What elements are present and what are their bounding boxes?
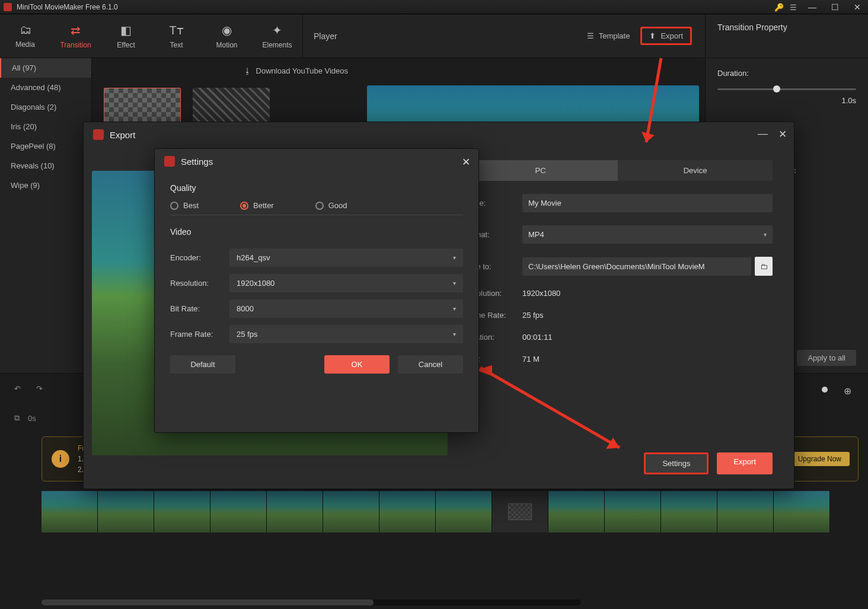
close-button[interactable]: ✕: [778, 128, 787, 141]
sidebar-item-advanced[interactable]: Advanced (48): [0, 78, 91, 97]
sidebar-item-reveals[interactable]: Reveals (10): [0, 156, 91, 176]
timeline-scrollbar[interactable]: [42, 600, 581, 605]
cancel-button[interactable]: Cancel: [398, 355, 463, 374]
resolution-select[interactable]: 1920x1080 ▾: [229, 274, 463, 292]
timeline-clip[interactable]: [323, 491, 379, 533]
resolution-value: 1920x1080: [522, 289, 560, 298]
settings-button[interactable]: Settings: [644, 452, 709, 474]
add-track-icon[interactable]: ⧉: [14, 413, 20, 423]
timeline-clip[interactable]: [548, 491, 605, 533]
app-logo-icon: [4, 3, 12, 11]
tool-transition[interactable]: ⇄ Transition: [50, 14, 101, 58]
redo-icon[interactable]: ↷: [36, 384, 43, 393]
default-button[interactable]: Default: [170, 355, 235, 374]
zoom-knob[interactable]: [822, 387, 828, 393]
timeline-clip[interactable]: [661, 491, 717, 533]
timeline-clip[interactable]: [267, 491, 323, 533]
browse-button[interactable]: 🗀: [755, 257, 773, 276]
tool-elements[interactable]: ✦ Elements: [252, 14, 302, 58]
sidebar-item-diagonals[interactable]: Diagonals (2): [0, 97, 91, 117]
menu-icon[interactable]: ☰: [790, 3, 798, 11]
text-icon: Tᴛ: [169, 23, 183, 37]
tool-text[interactable]: Tᴛ Text: [151, 14, 202, 58]
sidebar-item-pagepeel[interactable]: PagePeel (8): [0, 136, 91, 156]
format-value: MP4: [528, 230, 544, 239]
bit-rate-label: Bit Rate:: [170, 304, 229, 313]
resolution-value: 1920x1080: [237, 279, 275, 288]
encoder-value: h264_qsv: [237, 253, 270, 262]
motion-icon: ◉: [222, 23, 232, 37]
license-key-icon[interactable]: 🔑: [774, 3, 784, 12]
close-button[interactable]: ✕: [849, 0, 866, 14]
timeline-clip[interactable]: [379, 491, 436, 533]
tab-pc[interactable]: PC: [463, 160, 618, 181]
zoom-in-icon[interactable]: ⊕: [844, 385, 851, 397]
export-label: Export: [660, 31, 683, 40]
apply-to-all-button[interactable]: Apply to all: [797, 350, 856, 366]
folder-icon: 🗂: [20, 23, 31, 37]
encoder-select[interactable]: h264_qsv ▾: [229, 248, 463, 267]
upload-icon: ⬆: [649, 31, 656, 40]
tool-label: Text: [170, 41, 183, 49]
bit-rate-select[interactable]: 8000 ▾: [229, 299, 463, 318]
chevron-down-icon: ▾: [764, 231, 767, 238]
upgrade-now-button[interactable]: Upgrade Now: [790, 452, 850, 466]
timeline-tracks[interactable]: [42, 491, 868, 533]
sidebar-item-wipe[interactable]: Wipe (9): [0, 176, 91, 195]
timeline-clip[interactable]: [154, 491, 210, 533]
elements-icon: ✦: [272, 23, 282, 37]
timeline-transition-slot[interactable]: [492, 491, 548, 533]
timeline-clip[interactable]: [436, 491, 492, 533]
info-icon: i: [52, 450, 69, 468]
timeline-clip[interactable]: [98, 491, 154, 533]
minimize-button[interactable]: —: [804, 0, 821, 14]
app-title: MiniTool MovieMaker Free 6.1.0: [17, 3, 118, 11]
tool-label: Effect: [117, 41, 135, 49]
tool-label: Motion: [216, 41, 237, 49]
settings-dialog-title: Settings: [181, 157, 213, 167]
download-youtube-label: Download YouTube Videos: [256, 66, 348, 75]
effect-icon: ◧: [120, 23, 132, 37]
timeline-clip[interactable]: [774, 491, 830, 533]
sidebar-item-iris[interactable]: Iris (20): [0, 117, 91, 136]
tool-label: Transition: [60, 41, 91, 49]
frame-rate-select[interactable]: 25 fps ▾: [229, 325, 463, 343]
export-button[interactable]: ⬆ Export: [640, 27, 692, 45]
radio-label: Good: [328, 201, 347, 210]
ok-button[interactable]: OK: [324, 355, 390, 374]
player-label: Player: [314, 31, 337, 41]
duration-slider[interactable]: [717, 88, 856, 90]
download-icon: ⭳: [244, 66, 251, 75]
chevron-down-icon: ▾: [453, 254, 456, 261]
name-input[interactable]: [522, 194, 773, 212]
slider-knob[interactable]: [773, 85, 780, 93]
timeline-clip[interactable]: [210, 491, 267, 533]
tool-media[interactable]: 🗂 Media: [0, 14, 50, 58]
chevron-down-icon: ▾: [453, 305, 456, 312]
minimize-button[interactable]: —: [758, 128, 768, 141]
timeline-clip[interactable]: [605, 491, 661, 533]
resolution-label: Resolution:: [170, 279, 229, 288]
quality-good-radio[interactable]: Good: [315, 201, 347, 210]
timeline-clip[interactable]: [42, 491, 98, 533]
quality-better-radio[interactable]: Better: [240, 201, 274, 210]
quality-best-radio[interactable]: Best: [170, 201, 199, 210]
undo-icon[interactable]: ↶: [14, 384, 21, 393]
download-youtube-link[interactable]: ⭳ Download YouTube Videos: [244, 66, 348, 75]
tool-effect[interactable]: ◧ Effect: [101, 14, 151, 58]
maximize-button[interactable]: ☐: [826, 0, 843, 14]
template-button[interactable]: ☰ Template: [587, 31, 630, 40]
tool-motion[interactable]: ◉ Motion: [202, 14, 252, 58]
duration-value: 1.0s: [717, 96, 856, 105]
video-heading: Video: [170, 227, 463, 237]
radio-label: Best: [183, 201, 199, 210]
chevron-down-icon: ▾: [453, 280, 456, 286]
tab-device[interactable]: Device: [618, 160, 773, 181]
sidebar-item-all[interactable]: All (97): [0, 58, 91, 78]
title-bar: MiniTool MovieMaker Free 6.1.0 🔑 ☰ — ☐ ✕: [0, 0, 868, 14]
export-confirm-button[interactable]: Export: [717, 452, 773, 474]
scrollbar-thumb[interactable]: [42, 600, 374, 605]
format-select[interactable]: MP4 ▾: [522, 225, 773, 244]
timeline-clip[interactable]: [717, 491, 774, 533]
close-button[interactable]: ✕: [462, 156, 470, 168]
